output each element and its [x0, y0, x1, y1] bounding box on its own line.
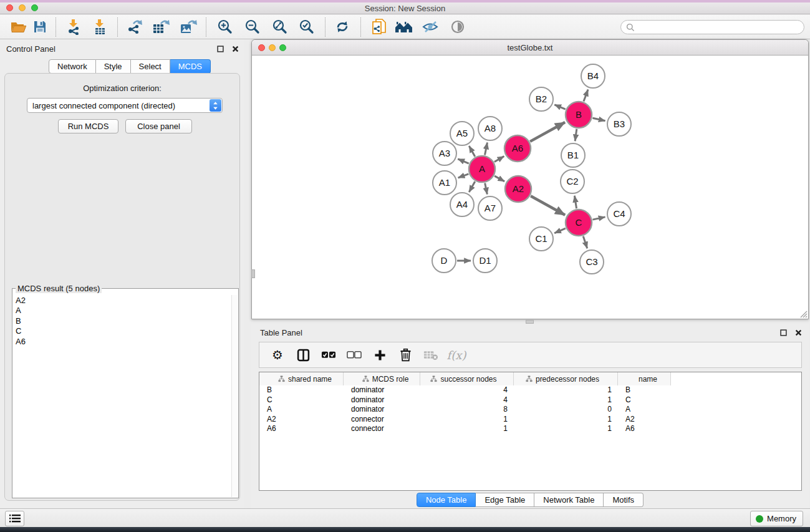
graph-node-C3[interactable]: C3	[580, 250, 604, 274]
table-tab-edge-table[interactable]: Edge Table	[476, 493, 534, 507]
export-image-icon[interactable]	[178, 16, 199, 37]
table-row-a[interactable]: Adominator80A	[259, 405, 801, 415]
graph-node-C4[interactable]: C4	[607, 202, 631, 226]
graph-node-B[interactable]: B	[566, 102, 592, 128]
graph-node-C2[interactable]: C2	[561, 170, 584, 193]
export-network-icon[interactable]	[124, 16, 145, 37]
graph-edge-A2-C[interactable]	[531, 196, 565, 215]
table-cell[interactable]: dominator	[344, 385, 420, 395]
table-cell[interactable]: dominator	[344, 405, 420, 415]
table-row-c[interactable]: Cdominator41C	[259, 395, 801, 405]
select-all-rows-icon[interactable]	[321, 347, 336, 363]
graph-node-C[interactable]: C	[566, 210, 592, 236]
graph-node-A7[interactable]: A7	[478, 196, 502, 220]
graph-node-B2[interactable]: B2	[529, 87, 553, 111]
import-network-icon[interactable]	[63, 16, 84, 37]
table-cell[interactable]: 8	[420, 405, 514, 415]
network-window-titlebar[interactable]: testGlobe.txt	[252, 40, 808, 56]
graph-edge-A-A5[interactable]	[469, 146, 475, 157]
show-hide-details-icon[interactable]	[447, 16, 468, 37]
graph-edge-A-A2[interactable]	[494, 176, 504, 181]
graph-edge-A-A3[interactable]	[458, 159, 469, 163]
home-icon[interactable]	[393, 16, 415, 37]
table-cell[interactable]: 1	[420, 424, 514, 434]
export-table-icon[interactable]	[150, 16, 171, 37]
graph-node-A6[interactable]: A6	[504, 135, 531, 162]
deselect-all-rows-icon[interactable]	[347, 347, 362, 363]
import-table-icon[interactable]	[89, 16, 110, 37]
delete-table-icon[interactable]	[423, 347, 438, 363]
graph-node-A1[interactable]: A1	[433, 171, 456, 195]
graph-edge-A-A6[interactable]	[494, 157, 504, 162]
mcds-result-item-a2[interactable]: A2	[14, 296, 231, 306]
graph-node-B4[interactable]: B4	[581, 64, 605, 88]
table-cell[interactable]: A2	[259, 415, 344, 425]
graph-node-D[interactable]: D	[432, 249, 456, 273]
graph-edge-C-C1[interactable]	[554, 228, 566, 233]
graph-edge-B-B2[interactable]	[554, 105, 566, 109]
graph-edge-A-A7[interactable]	[485, 183, 488, 195]
task-history-icon[interactable]	[5, 511, 24, 526]
table-cell[interactable]: 0	[514, 405, 618, 415]
search-input[interactable]	[638, 22, 799, 32]
graph-node-B1[interactable]: B1	[561, 143, 585, 167]
mcds-result-item-a6[interactable]: A6	[14, 337, 231, 347]
table-cell[interactable]: C	[259, 395, 344, 405]
table-cell[interactable]: connector	[344, 415, 420, 425]
table-row-a6[interactable]: A6connector11A6	[259, 424, 801, 434]
network-resize-handle[interactable]	[799, 309, 808, 318]
table-row-b[interactable]: Bdominator41B	[259, 385, 801, 395]
table-cell[interactable]: 1	[514, 415, 618, 425]
memory-button[interactable]: Memory	[750, 511, 803, 526]
column-header-shared-name[interactable]: shared name	[259, 372, 344, 385]
graph-edge-A-A1[interactable]	[458, 174, 469, 178]
table-cell[interactable]: 4	[420, 385, 514, 395]
table-cell[interactable]: A6	[259, 424, 344, 434]
column-layout-icon[interactable]	[296, 347, 311, 363]
zoom-fit-icon[interactable]	[269, 16, 291, 37]
network-horizontal-scrollbar[interactable]	[526, 320, 534, 324]
table-cell[interactable]: A6	[618, 424, 671, 434]
table-cell[interactable]: 1	[514, 424, 618, 434]
table-cell[interactable]: 4	[420, 395, 514, 405]
table-cell[interactable]: 1	[514, 395, 618, 405]
zoom-in-icon[interactable]	[215, 16, 236, 37]
table-cell[interactable]: 1	[420, 415, 514, 425]
graph-node-A[interactable]: A	[469, 156, 495, 182]
save-session-icon[interactable]	[29, 16, 51, 37]
column-header-successor-nodes[interactable]: successor nodes	[420, 372, 514, 385]
table-cell[interactable]: dominator	[344, 395, 420, 405]
graph-edge-A-A8[interactable]	[485, 143, 488, 155]
table-settings-icon[interactable]: ⚙	[270, 347, 285, 363]
table-row-a2[interactable]: A2connector11A2	[259, 415, 801, 425]
graph-node-C1[interactable]: C1	[529, 227, 553, 251]
graph-edge-C-C3[interactable]	[583, 236, 587, 248]
graph-edge-B-B3[interactable]	[592, 118, 605, 121]
toggle-graphics-details-icon[interactable]	[420, 16, 441, 37]
graph-node-A3[interactable]: A3	[433, 142, 456, 165]
table-cell[interactable]: C	[618, 395, 671, 405]
graph-node-A5[interactable]: A5	[450, 122, 474, 145]
close-panel-button[interactable]: Close panel	[125, 119, 192, 133]
refresh-network-icon[interactable]	[332, 16, 353, 37]
control-tab-network[interactable]: Network	[49, 59, 96, 74]
graph-edge-C-C2[interactable]	[574, 196, 576, 209]
control-tab-mcds[interactable]: MCDS	[170, 59, 211, 74]
function-builder-icon[interactable]: f(x)	[449, 347, 464, 363]
table-cell[interactable]: B	[259, 385, 344, 395]
open-file-icon[interactable]	[8, 16, 29, 37]
graph-edge-A-A4[interactable]	[469, 181, 475, 192]
graph-node-A8[interactable]: A8	[478, 117, 502, 140]
network-graph[interactable]: AA1A2A3A4A5A6A7A8BB1B2B3B4CC1C2C3C4DD1	[252, 56, 808, 319]
table-cell[interactable]: A	[618, 405, 671, 415]
graph-edge-C-C4[interactable]	[592, 217, 605, 220]
optimization-criterion-dropdown[interactable]: largest connected component (directed)	[27, 98, 223, 113]
table-cell[interactable]: connector	[344, 424, 420, 434]
table-tab-node-table[interactable]: Node Table	[417, 493, 476, 507]
close-panel-icon[interactable]	[231, 44, 239, 53]
close-table-panel-icon[interactable]	[794, 328, 803, 337]
zoom-selected-icon[interactable]	[296, 16, 317, 37]
add-column-icon[interactable]	[372, 347, 387, 363]
graph-node-D1[interactable]: D1	[473, 249, 497, 273]
float-table-panel-icon[interactable]	[779, 328, 788, 337]
